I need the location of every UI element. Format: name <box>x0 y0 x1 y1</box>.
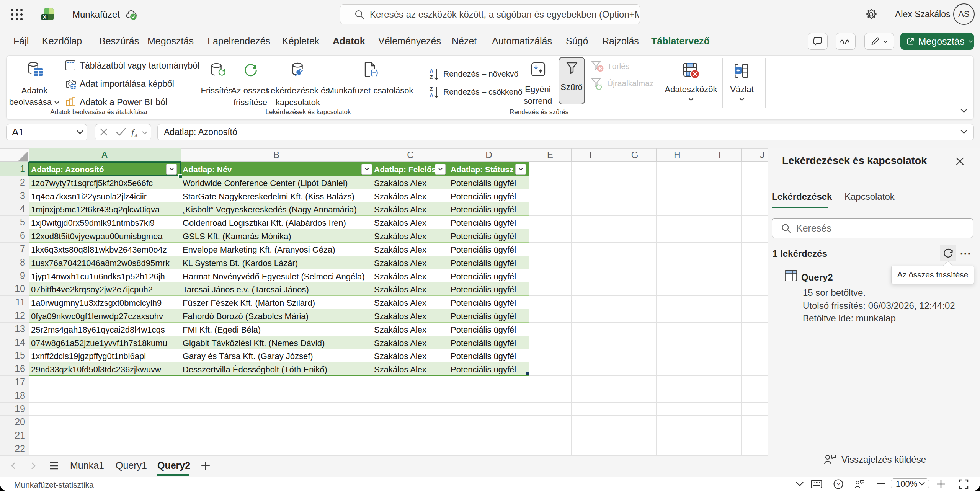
svg-text:A: A <box>430 92 433 98</box>
svg-text:x: x <box>134 131 137 137</box>
svg-text:?: ? <box>837 481 840 488</box>
svg-text:A: A <box>430 68 433 74</box>
svg-text:X: X <box>43 14 46 20</box>
svg-text:Z: Z <box>430 86 433 92</box>
svg-text:Z: Z <box>430 74 433 80</box>
